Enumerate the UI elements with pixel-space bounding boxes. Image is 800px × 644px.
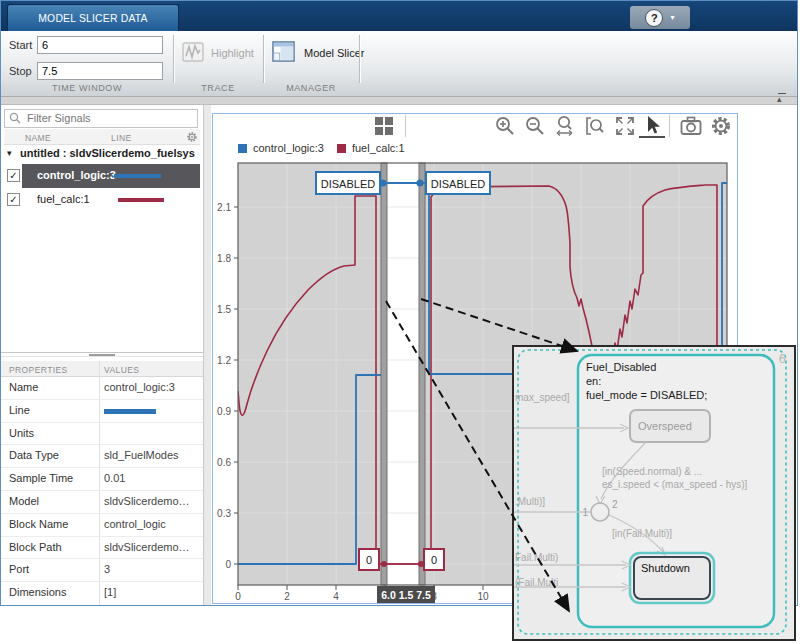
stop-input[interactable] (37, 62, 163, 80)
svg-text:1.2: 1.2 (217, 355, 231, 366)
window-start-handle[interactable] (381, 163, 387, 585)
highlight-label: Highlight (211, 47, 254, 59)
signal-line-swatch (118, 198, 164, 202)
highlight-button[interactable]: Highlight (181, 36, 261, 80)
time-window-band (387, 163, 419, 585)
property-row-line: Line (1, 400, 203, 423)
transition-condition: es_i.speed < (max_speed - hys)] (602, 479, 748, 490)
properties-header: PROPERTIES VALUES (1, 361, 203, 377)
signal-row-control-logic[interactable]: ✓ control_logic:3 (4, 164, 200, 188)
window-stop-handle[interactable] (419, 163, 425, 585)
transition-edge-label: .Multi)] (515, 496, 545, 507)
splitter-handle[interactable] (89, 354, 115, 356)
run-group-row[interactable]: ▾ untitled : sldvSlicerdemo_fuelsys (4, 146, 200, 164)
state-label: Overspeed (638, 420, 692, 432)
signal-checkbox[interactable]: ✓ (7, 193, 20, 206)
values-column-header: VALUES (104, 365, 139, 375)
property-row-data-type: Data Type sld_FuelModes (1, 445, 203, 468)
zoom-out-icon[interactable] (523, 114, 547, 138)
property-row-block-name: Block Name control_logic (1, 514, 203, 537)
transition-condition: [in(Speed.normal) & ... (602, 466, 702, 477)
state-entry-line: en: (586, 375, 601, 387)
state-label: Shutdown (641, 562, 690, 574)
search-input[interactable] (4, 109, 198, 128)
chevron-down-icon: ▾ (670, 13, 674, 22)
model-slicer-icon (271, 39, 297, 65)
property-row-block-path: Block Path sldvSlicerdemo… (1, 537, 203, 560)
svg-text:0: 0 (225, 559, 231, 570)
stop-label: Stop (9, 65, 32, 77)
signal-list-header: NAME LINE (4, 129, 200, 145)
help-button[interactable]: ? ▾ (630, 6, 690, 29)
toolbar-separator (405, 115, 406, 137)
filter-signals-box (4, 108, 198, 127)
run-group-label: untitled : sldvSlicerdemo_fuelsys (20, 147, 195, 159)
gear-icon[interactable] (186, 131, 198, 143)
stateflow-canvas: 6 Fuel_Disabled en: fuel_mode = DISABLED… (514, 347, 794, 639)
svg-text:10: 10 (477, 591, 489, 602)
plot-toolbar (211, 105, 797, 145)
property-row-sample-time: Sample Time 0.01 (1, 468, 203, 491)
property-row-dimensions: Dimensions [1] (1, 582, 203, 605)
transition-edge-label: Fail.Multi) (515, 552, 558, 563)
camera-snapshot-icon[interactable] (679, 114, 703, 138)
start-label: Start (9, 39, 32, 51)
tree-collapse-arrow[interactable]: ▾ (7, 148, 12, 158)
toolbar-separator (669, 115, 670, 137)
signal-label: control_logic:3 (37, 169, 116, 181)
x-axis-labels: 0 2 4 6 8 10 (235, 591, 489, 602)
subplot-layout-icon[interactable] (372, 114, 396, 138)
disabled-value-label: DISABLED (426, 172, 490, 194)
signal-sidebar: NAME LINE ▾ untitled : sldvSlicerdemo_fu… (1, 105, 203, 605)
property-row-name: Name control_logic:3 (1, 377, 203, 400)
toolstrip: Start Stop Highlight Model Slicer TIME W… (1, 31, 797, 97)
signal-label: fuel_calc:1 (37, 193, 90, 205)
name-column-header: NAME (25, 133, 51, 143)
svg-text:0.3: 0.3 (217, 508, 231, 519)
property-row-model: Model sldvSlicerdemo… (1, 491, 203, 514)
signal-line-swatch (114, 174, 161, 178)
svg-text:0.6: 0.6 (217, 457, 231, 468)
title-bar: MODEL SLICER DATA INSPECTOR ? ▾ (1, 1, 797, 31)
connective-junction[interactable] (591, 503, 609, 521)
transition-edge-label: max_speed] (515, 392, 570, 403)
svg-text:DISABLED: DISABLED (321, 178, 375, 190)
pointer-tool-icon[interactable] (641, 114, 665, 138)
disabled-value-label: DISABLED (316, 172, 380, 194)
boundary-marker (417, 180, 424, 187)
property-row-units: Units (1, 423, 203, 446)
tab-model-slicer-data-inspector[interactable]: MODEL SLICER DATA INSPECTOR (7, 4, 179, 31)
properties-column-header: PROPERTIES (9, 365, 68, 375)
property-row-port: Port 3 (1, 559, 203, 582)
zoom-region-icon[interactable] (583, 114, 607, 138)
time-window-tooltip: 6.0 1.5 7.5 (377, 586, 435, 603)
svg-text:1.5: 1.5 (217, 304, 231, 315)
toolstrip-separator (263, 35, 265, 83)
start-input[interactable] (37, 36, 163, 54)
svg-text:2: 2 (284, 591, 290, 602)
fit-to-view-icon[interactable] (613, 114, 637, 138)
zoom-x-icon[interactable] (553, 114, 577, 138)
search-icon (9, 112, 21, 124)
zoom-in-icon[interactable] (493, 114, 517, 138)
collapse-toolstrip-icon[interactable]: ▴ (777, 93, 786, 104)
boundary-marker (381, 561, 387, 567)
svg-text:6.0 1.5 7.5: 6.0 1.5 7.5 (381, 589, 431, 601)
section-manager: MANAGER (263, 83, 359, 93)
zero-value-label: 0 (359, 549, 379, 570)
settings-gear-icon[interactable] (709, 114, 733, 138)
toolstrip-separator (359, 35, 361, 83)
stateflow-preview-window: 6 Fuel_Disabled en: fuel_mode = DISABLED… (512, 345, 796, 641)
junction-port-label: 2 (612, 499, 618, 510)
signal-row-fuel-calc[interactable]: ✓ fuel_calc:1 (4, 188, 200, 212)
svg-text:0: 0 (431, 554, 437, 566)
svg-text:0: 0 (235, 591, 241, 602)
model-slicer-label: Model Slicer (304, 47, 365, 59)
line-style-swatch (104, 409, 156, 414)
svg-text:2.1: 2.1 (217, 202, 231, 213)
model-slicer-button[interactable]: Model Slicer (271, 36, 371, 80)
active-tool-underline (639, 136, 665, 138)
highlight-icon (181, 40, 205, 64)
svg-text:DISABLED: DISABLED (431, 178, 485, 190)
signal-checkbox[interactable]: ✓ (7, 169, 20, 182)
